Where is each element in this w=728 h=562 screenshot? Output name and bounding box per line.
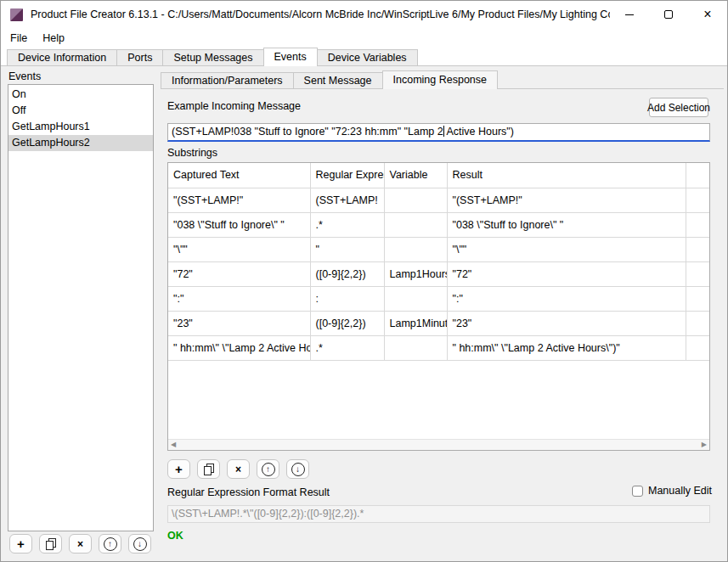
events-toolbar: + × ↑ ↓ xyxy=(9,534,151,554)
cell-variable[interactable]: Lamp1Minutes xyxy=(384,311,447,335)
cell-captured-text[interactable]: "23" xyxy=(168,311,310,335)
cell-result[interactable]: "\"" xyxy=(447,237,686,261)
move-event-up-button[interactable]: ↑ xyxy=(99,534,121,554)
table-row: "(SST+LAMP!" (SST+LAMP! "(SST+LAMP!" xyxy=(168,188,709,212)
tab-information-parameters[interactable]: Information/Parameters xyxy=(161,72,294,88)
tab-ports[interactable]: Ports xyxy=(116,49,163,65)
substrings-toolbar: + × ↑ ↓ xyxy=(167,459,309,479)
window-controls: × xyxy=(610,1,727,28)
format-result-label: Regular Expression Format Result xyxy=(167,486,330,498)
plus-icon: + xyxy=(17,537,25,550)
column-header-result[interactable]: Result xyxy=(447,163,686,188)
horizontal-scrollbar[interactable]: ◀ ▶ xyxy=(168,439,709,450)
cell-variable[interactable] xyxy=(384,286,447,311)
close-button[interactable]: × xyxy=(688,1,727,28)
cell-captured-text[interactable]: "(SST+LAMP!" xyxy=(168,188,310,212)
cell-result[interactable]: "23" xyxy=(447,311,686,335)
tab-device-variables[interactable]: Device Variables xyxy=(317,49,418,65)
app-window: Product File Creator 6.13.1 - C:/Users/M… xyxy=(0,0,728,562)
cell-captured-text[interactable]: "\"" xyxy=(168,237,310,261)
scroll-left-icon[interactable]: ◀ xyxy=(171,441,176,448)
move-substring-down-button[interactable]: ↓ xyxy=(286,459,309,479)
message-text-before-caret: (SST+LAMP!038 "Stuff to Ignore" "72:23 h… xyxy=(172,126,443,138)
response-tab-bar: Information/Parameters Sent Message Inco… xyxy=(161,70,724,89)
table-row: "23" ([0-9]{2,2}) Lamp1Minutes "23" xyxy=(168,311,709,335)
maximize-icon xyxy=(664,10,673,19)
add-event-button[interactable]: + xyxy=(9,534,32,554)
status-text: OK xyxy=(167,530,183,542)
cell-captured-text[interactable]: " hh:mm\" \"Lamp 2 Active Hours\")" xyxy=(168,335,310,360)
add-substring-button[interactable]: + xyxy=(167,459,190,479)
cell-regular-expression[interactable]: : xyxy=(310,286,384,311)
duplicate-substring-button[interactable] xyxy=(197,459,220,479)
manually-edit-control: Manually Edit xyxy=(632,485,712,497)
menu-file[interactable]: File xyxy=(3,28,35,48)
duplicate-event-button[interactable] xyxy=(39,534,62,554)
move-event-down-button[interactable]: ↓ xyxy=(128,534,151,554)
window-title: Product File Creator 6.13.1 - C:/Users/M… xyxy=(31,8,610,20)
arrow-up-circle-icon: ↑ xyxy=(262,463,275,476)
column-header-captured-text[interactable]: Captured Text xyxy=(168,163,310,188)
title-bar: Product File Creator 6.13.1 - C:/Users/M… xyxy=(1,1,727,28)
column-header-regular-expression[interactable]: Regular Expression xyxy=(310,163,384,188)
cell-variable[interactable]: Lamp1Hours xyxy=(384,261,447,286)
cell-result[interactable]: ":" xyxy=(447,286,686,311)
arrow-down-circle-icon: ↓ xyxy=(133,537,147,551)
delete-substring-button[interactable]: × xyxy=(227,459,250,479)
tab-sent-message[interactable]: Sent Message xyxy=(293,72,383,88)
format-result-field[interactable]: \(SST\+LAMP!.*\"([0-9]{2,2}):([0-9]{2,2}… xyxy=(167,505,710,523)
cell-result[interactable]: "038 \"Stuff to Ignore\" " xyxy=(447,212,686,237)
cell-regular-expression[interactable]: (SST+LAMP! xyxy=(310,188,384,212)
tab-device-information[interactable]: Device Information xyxy=(7,49,117,65)
table-row: "\"" " "\"" xyxy=(168,237,709,261)
events-list: On Off GetLampHours1 GetLampHours2 xyxy=(8,84,154,531)
table-row: "72" ([0-9]{2,2}) Lamp1Hours "72" xyxy=(168,261,709,286)
list-item-getlamphours1[interactable]: GetLampHours1 xyxy=(8,119,153,135)
menu-help[interactable]: Help xyxy=(35,28,72,48)
list-item-getlamphours2[interactable]: GetLampHours2 xyxy=(8,135,153,151)
cell-variable[interactable] xyxy=(384,237,447,261)
table-row: ":" : ":" xyxy=(168,286,709,311)
delete-event-button[interactable]: × xyxy=(69,534,92,554)
minimize-icon xyxy=(625,14,634,15)
list-item-off[interactable]: Off xyxy=(8,103,153,119)
cell-variable[interactable] xyxy=(384,212,447,237)
delete-icon: × xyxy=(235,464,241,475)
arrow-down-circle-icon: ↓ xyxy=(291,463,305,476)
minimize-button[interactable] xyxy=(610,1,649,28)
cell-captured-text[interactable]: ":" xyxy=(168,286,310,311)
cell-regular-expression[interactable]: ([0-9]{2,2}) xyxy=(310,261,384,286)
cell-captured-text[interactable]: "72" xyxy=(168,261,310,286)
example-message-input[interactable]: (SST+LAMP!038 "Stuff to Ignore" "72:23 h… xyxy=(167,123,710,142)
duplicate-icon xyxy=(204,464,213,475)
cell-result[interactable]: " hh:mm\" \"Lamp 2 Active Hours\")" xyxy=(447,335,686,360)
cell-regular-expression[interactable]: .* xyxy=(310,335,384,360)
maximize-button[interactable] xyxy=(649,1,688,28)
move-substring-up-button[interactable]: ↑ xyxy=(257,459,279,479)
cell-result[interactable]: "(SST+LAMP!" xyxy=(447,188,686,212)
cell-variable[interactable] xyxy=(384,188,447,212)
tab-setup-messages[interactable]: Setup Messages xyxy=(162,49,263,65)
manually-edit-label: Manually Edit xyxy=(648,485,712,497)
tab-events[interactable]: Events xyxy=(263,48,318,66)
cell-regular-expression[interactable]: .* xyxy=(310,212,384,237)
table-row: " hh:mm\" \"Lamp 2 Active Hours\")" .* "… xyxy=(168,335,709,360)
cell-regular-expression[interactable]: " xyxy=(310,237,384,261)
cell-captured-text[interactable]: "038 \"Stuff to Ignore\" " xyxy=(168,212,310,237)
scroll-right-icon[interactable]: ▶ xyxy=(702,441,707,448)
column-header-variable[interactable]: Variable xyxy=(384,163,447,188)
cell-result[interactable]: "72" xyxy=(447,261,686,286)
message-text-after-caret: Active Hours") xyxy=(444,126,514,138)
tab-incoming-response[interactable]: Incoming Response xyxy=(382,70,498,89)
table-row: "038 \"Stuff to Ignore\" " .* "038 \"Stu… xyxy=(168,212,709,237)
table-header-row: Captured Text Regular Expression Variabl… xyxy=(168,163,709,188)
menu-bar: File Help xyxy=(1,28,727,48)
list-item-on[interactable]: On xyxy=(8,87,153,103)
cell-variable[interactable] xyxy=(384,335,447,360)
manually-edit-checkbox[interactable] xyxy=(632,486,643,497)
add-selection-button[interactable]: Add Selection xyxy=(649,98,708,117)
cell-regular-expression[interactable]: ([0-9]{2,2}) xyxy=(310,311,384,335)
main-tab-bar: Device Information Ports Setup Messages … xyxy=(1,48,728,66)
substrings-label: Substrings xyxy=(167,147,217,159)
example-incoming-message-label: Example Incoming Message xyxy=(167,100,301,112)
